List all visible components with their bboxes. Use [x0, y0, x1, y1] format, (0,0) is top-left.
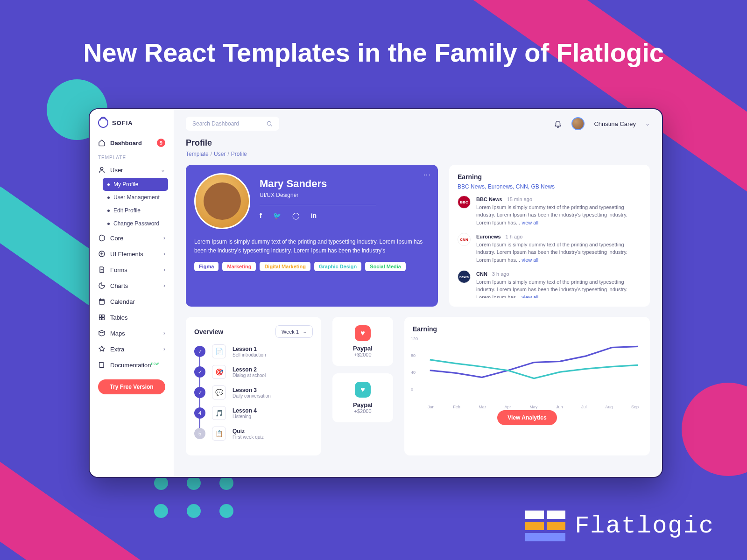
news-item: BBC BBC News15 min ago Lorem Ipsum is si… [458, 196, 641, 226]
week-selector[interactable]: Week 1 ⌄ [275, 325, 313, 338]
search-input[interactable]: Search Dashboard [186, 117, 279, 131]
brand: SOFIA [90, 118, 174, 134]
line-chart [413, 333, 641, 403]
breadcrumb-item[interactable]: User [214, 151, 226, 157]
lesson-item[interactable]: ✓ 📄 Lesson 1Self introduction [194, 344, 313, 358]
news-source: BBC News [476, 196, 502, 202]
sidebar-item-label: UI Elements [110, 251, 143, 258]
lesson-item[interactable]: 5 📋 QuizFirst week quiz [194, 427, 313, 441]
view-analytics-button[interactable]: View Analytics [497, 410, 557, 425]
sidebar-item-label: User Management [113, 194, 160, 201]
profile-name: Mary Sanders [260, 178, 376, 190]
x-tick: Feb [453, 405, 460, 409]
lesson-item[interactable]: ✓ 💬 Lesson 3Daily conversation [194, 385, 313, 399]
lesson-title: Lesson 4 [233, 407, 257, 414]
view-all-link[interactable]: view all [521, 294, 538, 299]
sidebar-item[interactable]: UI Elements › [90, 246, 174, 262]
github-icon[interactable]: ◯ [292, 212, 300, 219]
chevron-down-icon[interactable]: ⌄ [645, 120, 650, 127]
menu-icon [98, 329, 106, 337]
svg-rect-4 [102, 315, 105, 317]
sidebar-item[interactable]: Core › [90, 230, 174, 246]
sidebar-item-user[interactable]: User ⌄ [90, 162, 174, 178]
sidebar: SOFIA Dashboard 9 TEMPLATE User ⌄ My Pro… [90, 109, 174, 477]
sidebar-subitem[interactable]: User Management [107, 191, 174, 204]
sidebar-item-dashboard[interactable]: Dashboard 9 [90, 134, 174, 151]
card-title: Overview [194, 328, 223, 336]
chevron-right-icon: › [163, 346, 165, 352]
y-tick: 0 [411, 387, 418, 392]
news-time: 15 min ago [507, 196, 532, 202]
facebook-icon[interactable]: f [260, 212, 262, 219]
topbar: Search Dashboard Christina Carey ⌄ [174, 109, 662, 138]
sidebar-section-title: TEMPLATE [90, 151, 174, 162]
sidebar-item[interactable]: Calendar [90, 294, 174, 309]
footer-logo-text: Flatlogic [575, 512, 714, 540]
try-free-button[interactable]: Try Free Version [98, 379, 165, 394]
lesson-icon: 💬 [212, 385, 226, 399]
x-tick: Apr [505, 405, 511, 409]
linkedin-icon[interactable]: in [311, 212, 317, 219]
brand-icon [98, 118, 108, 128]
sidebar-subitem[interactable]: Edit Profile [107, 204, 174, 217]
news-time: 3 h ago [492, 271, 509, 277]
step-indicator: ✓ [194, 346, 205, 357]
sidebar-item[interactable]: Maps › [90, 325, 174, 341]
sidebar-item[interactable]: Forms › [90, 262, 174, 278]
notification-badge: 9 [157, 139, 165, 147]
view-all-link[interactable]: view all [521, 220, 538, 225]
profile-avatar [194, 173, 250, 229]
breadcrumb-item[interactable]: Template [186, 151, 209, 157]
x-tick: Sep [631, 405, 639, 409]
menu-icon [98, 314, 106, 321]
svg-rect-3 [99, 315, 102, 317]
twitter-icon[interactable]: 🐦 [273, 212, 281, 219]
sidebar-item[interactable]: Tables [90, 309, 174, 325]
skill-tag: Digital Marketing [260, 262, 310, 271]
lesson-icon: 🎯 [212, 365, 226, 379]
lesson-icon: 📄 [212, 344, 226, 358]
view-all-link[interactable]: view all [521, 257, 538, 263]
menu-icon [98, 282, 106, 289]
sidebar-item-label: Forms [110, 266, 127, 273]
brand-name: SOFIA [112, 119, 133, 126]
profile-role: UI/UX Designer [260, 192, 376, 198]
bell-icon[interactable] [554, 119, 562, 128]
sidebar-item-documentation[interactable]: Documentationnew [90, 357, 174, 373]
news-text: Lorem Ipsum is simply dummy text of the … [476, 204, 627, 225]
week-selector-label: Week 1 [282, 329, 299, 335]
earnings-chart-card: Earning 12080400 JanFebMarAprMayJunJulAu… [404, 317, 650, 455]
sidebar-item[interactable]: Charts › [90, 278, 174, 294]
sidebar-item[interactable]: Extra › [90, 341, 174, 357]
heart-icon: ♥ [355, 325, 371, 341]
profile-bio: Lorem Ipsum is simply dummy text of the … [194, 238, 430, 255]
payments-column: ♥ Paypal +$2000 ♥ Paypal +$2000 [332, 317, 393, 455]
sidebar-subitem[interactable]: My Profile [103, 178, 168, 191]
lesson-desc: Self introduction [233, 352, 266, 357]
menu-icon [98, 250, 106, 258]
x-tick: Jul [581, 405, 587, 409]
step-indicator: ✓ [194, 387, 205, 398]
breadcrumb-item[interactable]: Profile [231, 151, 247, 157]
lesson-desc: Daily conversation [233, 393, 271, 399]
payment-title: Paypal [341, 345, 385, 352]
main-area: Search Dashboard Christina Carey ⌄ Profi… [174, 109, 662, 477]
heart-icon: ♥ [355, 382, 371, 398]
skill-tag: Marketing [222, 262, 256, 271]
kebab-icon[interactable]: ⋮ [423, 171, 431, 179]
news-text: Lorem Ipsum is simply dummy text of the … [476, 242, 627, 263]
card-title: Earning [413, 325, 641, 333]
x-tick: Mar [479, 405, 486, 409]
sidebar-item-label: Documentation [110, 362, 151, 369]
sidebar-subitem[interactable]: Change Password [107, 217, 174, 230]
payment-title: Paypal [341, 401, 385, 408]
chevron-right-icon: › [163, 282, 165, 289]
skill-tag: Figma [194, 262, 218, 271]
lesson-item[interactable]: ✓ 🎯 Lesson 2Dialog at school [194, 365, 313, 379]
news-source: Euronews [476, 234, 501, 239]
news-source-icon: news [458, 270, 471, 283]
chevron-right-icon: › [163, 251, 165, 257]
lesson-item[interactable]: 4 🎵 Lesson 4Listening [194, 406, 313, 420]
user-avatar[interactable] [571, 117, 585, 130]
lesson-desc: First week quiz [233, 434, 264, 440]
